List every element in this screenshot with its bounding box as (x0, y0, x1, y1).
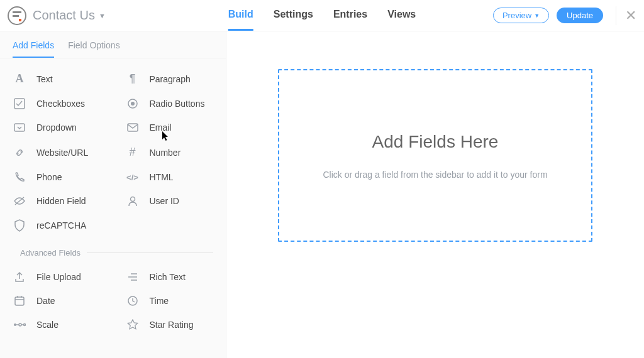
date-icon (13, 295, 26, 306)
upload-icon (13, 271, 26, 283)
advanced-fields-grid: File Upload Rich Text Date Time (0, 258, 226, 342)
text-icon: A (13, 72, 26, 85)
svg-rect-10 (15, 297, 24, 305)
star-icon (126, 319, 140, 330)
field-phone[interactable]: Phone (0, 165, 113, 189)
tab-views[interactable]: Views (387, 0, 416, 31)
update-button[interactable]: Update (557, 8, 603, 23)
field-recaptcha[interactable]: reCAPTCHA (0, 213, 113, 238)
dropzone[interactable]: Add Fields Here Click or drag a field fr… (278, 69, 592, 242)
dropdown-icon (13, 122, 26, 133)
field-text[interactable]: A Text (0, 66, 113, 92)
recaptcha-icon (13, 219, 26, 232)
field-paragraph[interactable]: ¶ Paragraph (113, 66, 226, 92)
svg-point-15 (14, 323, 16, 326)
time-icon (126, 295, 140, 306)
field-checkboxes[interactable]: Checkboxes (0, 92, 113, 116)
sidebar-subtabs: Add Fields Field Options (0, 31, 226, 58)
field-user-id[interactable]: User ID (113, 189, 226, 213)
subtab-field-options[interactable]: Field Options (68, 40, 119, 58)
svg-rect-3 (14, 124, 25, 131)
advanced-fields-label: Advanced Fields (0, 243, 226, 258)
field-file-upload[interactable]: File Upload (0, 265, 113, 289)
field-html[interactable]: </> HTML (113, 165, 226, 189)
sidebar: Add Fields Field Options A Text ¶ Paragr… (0, 31, 226, 358)
caret-down-icon: ▼ (99, 12, 106, 19)
main-tabs: Build Settings Entries Views (228, 0, 416, 31)
number-icon: # (126, 146, 140, 159)
user-icon (126, 195, 140, 207)
form-canvas: Add Fields Here Click or drag a field fr… (226, 31, 644, 358)
caret-down-icon: ▼ (534, 13, 540, 19)
field-scale[interactable]: Scale (0, 313, 113, 337)
html-icon: </> (126, 173, 140, 182)
field-time[interactable]: Time (113, 289, 226, 313)
field-hidden[interactable]: Hidden Field (0, 189, 113, 213)
paragraph-icon: ¶ (126, 72, 140, 85)
field-url[interactable]: Website/URL (0, 139, 113, 165)
svg-line-5 (15, 197, 24, 205)
form-title: Contact Us (33, 8, 95, 23)
app-logo (8, 6, 26, 25)
field-number[interactable]: # Number (113, 139, 226, 165)
svg-point-2 (131, 102, 135, 106)
field-rich-text[interactable]: Rich Text (113, 265, 226, 289)
tab-build[interactable]: Build (228, 0, 253, 31)
svg-rect-4 (128, 124, 138, 131)
field-dropdown[interactable]: Dropdown (0, 116, 113, 139)
close-icon: ✕ (625, 8, 636, 24)
richtext-icon (126, 271, 140, 283)
dropzone-title: Add Fields Here (372, 132, 499, 152)
dropzone-hint: Click or drag a field from the sidebar t… (323, 170, 547, 180)
svg-point-6 (130, 197, 135, 202)
checkbox-icon (13, 98, 26, 109)
form-title-dropdown[interactable]: Contact Us ▼ (33, 8, 106, 23)
tab-entries[interactable]: Entries (333, 0, 367, 31)
field-radio[interactable]: Radio Buttons (113, 92, 226, 116)
email-icon (126, 122, 140, 133)
hidden-icon (13, 195, 26, 207)
topbar-actions: Preview ▼ Update ✕ (493, 6, 636, 25)
tab-settings[interactable]: Settings (274, 0, 313, 31)
radio-icon (126, 98, 140, 109)
preview-button[interactable]: Preview ▼ (493, 8, 549, 23)
field-date[interactable]: Date (0, 289, 113, 313)
scale-icon (13, 322, 26, 328)
basic-fields-grid: A Text ¶ Paragraph Checkboxes Radio Butt… (0, 58, 226, 243)
svg-point-19 (24, 324, 26, 326)
topbar: Contact Us ▼ Build Settings Entries View… (0, 0, 644, 31)
field-star-rating[interactable]: Star Rating (113, 313, 226, 337)
field-email[interactable]: Email (113, 116, 226, 139)
close-button[interactable]: ✕ (616, 6, 636, 25)
svg-point-17 (19, 323, 21, 326)
url-icon (13, 147, 26, 158)
subtab-add-fields[interactable]: Add Fields (13, 40, 54, 58)
phone-icon (13, 171, 26, 183)
